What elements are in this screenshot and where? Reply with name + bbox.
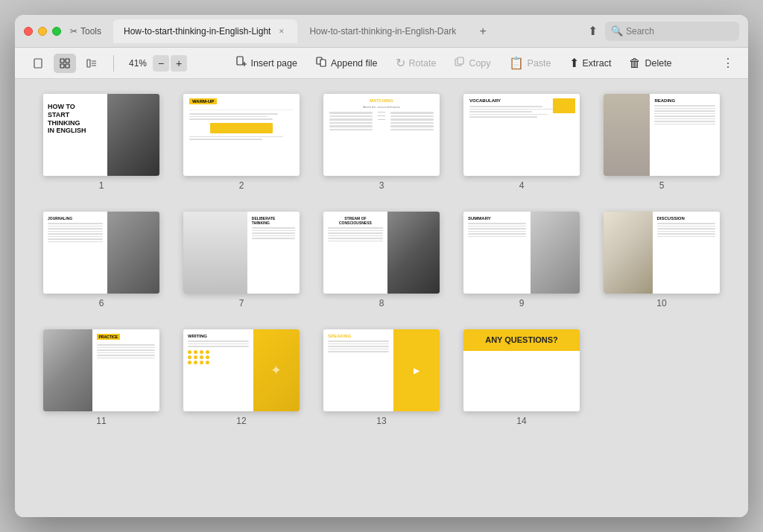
pages-grid: HOW TOSTARTTHINKINGIN ENGLISH 1 WARM-UP xyxy=(37,94,726,426)
copy-button[interactable]: Copy xyxy=(454,56,490,70)
page-number-12: 12 xyxy=(236,416,246,426)
page-number-4: 4 xyxy=(519,180,525,191)
page-thumb-7[interactable]: DELIBERATETHINKING 7 xyxy=(177,212,305,308)
titlebar: ✂ Tools How-to-start-thinking-in-English… xyxy=(15,15,748,48)
delete-button[interactable]: 🗑 Delete xyxy=(629,57,671,70)
minimize-button[interactable] xyxy=(38,27,47,36)
separator-1 xyxy=(113,55,114,72)
tabs-area: How-to-start-thinking-in-English-Light ✕… xyxy=(113,19,588,43)
page-preview-11: PRACTICE xyxy=(43,329,159,411)
page-preview-6: JOURNALING xyxy=(43,212,159,294)
zoom-controls: 41% − + xyxy=(124,55,187,72)
grid-view-button[interactable] xyxy=(54,54,76,73)
copy-icon xyxy=(454,56,465,70)
page-number-13: 13 xyxy=(376,416,386,426)
svg-rect-3 xyxy=(60,64,64,68)
page-thumb-8[interactable]: STREAM OF CONSCIOUSNESS 8 xyxy=(317,212,446,308)
add-tab-button[interactable]: + xyxy=(472,21,493,42)
page-preview-1: HOW TOSTARTTHINKINGIN ENGLISH xyxy=(43,94,159,176)
append-file-icon xyxy=(315,56,327,71)
page-thumb-2[interactable]: WARM-UP 2 xyxy=(177,94,305,191)
page-thumb-5[interactable]: READING 5 xyxy=(598,94,726,191)
tab-dark[interactable]: How-to-start-thinking-in-English-Dark xyxy=(299,19,466,43)
svg-rect-4 xyxy=(66,64,69,68)
insert-page-label: Insert page xyxy=(250,58,297,69)
page-number-9: 9 xyxy=(519,298,525,308)
toolbar-center: Insert page Append file ↻ Rotate xyxy=(190,56,717,71)
main-content: HOW TOSTARTTHINKINGIN ENGLISH 1 WARM-UP xyxy=(15,79,748,517)
page-thumb-3[interactable]: MATCHING Match the correct definitions xyxy=(317,94,446,191)
tools-label: Tools xyxy=(80,26,101,37)
page-number-2: 2 xyxy=(239,180,244,191)
page-number-1: 1 xyxy=(99,180,104,191)
search-icon: 🔍 xyxy=(611,25,623,37)
insert-page-button[interactable]: Insert page xyxy=(235,56,297,71)
search-bar[interactable]: 🔍 xyxy=(605,22,739,41)
tools-icon: ✂ xyxy=(70,26,77,37)
page-preview-9: SUMMARY xyxy=(463,212,580,294)
page-thumb-9[interactable]: SUMMARY 9 xyxy=(458,212,586,308)
tab-light[interactable]: How-to-start-thinking-in-English-Light ✕ xyxy=(113,19,297,43)
page-14-text: ANY QUESTIONS? xyxy=(479,329,564,351)
copy-label: Copy xyxy=(469,58,490,69)
extract-button[interactable]: ⬆ Extract xyxy=(569,56,612,70)
zoom-decrease-button[interactable]: − xyxy=(153,55,169,72)
paste-button[interactable]: 📋 Paste xyxy=(509,56,551,70)
append-file-label: Append file xyxy=(331,58,378,69)
tab-light-close[interactable]: ✕ xyxy=(276,26,287,37)
svg-rect-2 xyxy=(66,59,69,63)
page-preview-4: VOCABULARY xyxy=(463,94,580,176)
rotate-label: Rotate xyxy=(409,58,437,69)
page-number-3: 3 xyxy=(379,180,384,191)
page-preview-14: ANY QUESTIONS? xyxy=(463,329,580,411)
page-number-5: 5 xyxy=(659,180,665,191)
svg-rect-13 xyxy=(320,60,326,66)
page-preview-2: WARM-UP xyxy=(183,94,300,176)
svg-rect-15 xyxy=(458,57,463,64)
page-thumb-10[interactable]: DISCUSSION 10 xyxy=(598,212,726,308)
main-window: ✂ Tools How-to-start-thinking-in-English… xyxy=(15,15,748,517)
close-button[interactable] xyxy=(24,27,33,36)
paste-icon: 📋 xyxy=(509,56,524,70)
single-page-view-button[interactable] xyxy=(27,54,49,73)
page-preview-8: STREAM OF CONSCIOUSNESS xyxy=(323,212,440,294)
toolbar: 41% − + Insert page xyxy=(15,48,748,79)
page-thumb-12[interactable]: WRITING ✦ xyxy=(177,329,305,426)
page-thumb-14[interactable]: ANY QUESTIONS? 14 xyxy=(458,329,586,426)
page-number-7: 7 xyxy=(239,298,244,308)
share-button[interactable]: ⬆ xyxy=(588,24,598,38)
maximize-button[interactable] xyxy=(52,27,61,36)
rotate-button[interactable]: ↻ Rotate xyxy=(396,56,437,70)
search-input[interactable] xyxy=(626,26,733,37)
page-thumb-13[interactable]: SPEAKING ▶ 13 xyxy=(317,329,446,426)
tools-menu[interactable]: ✂ Tools xyxy=(70,26,101,37)
page-thumb-6[interactable]: JOURNALING 6 xyxy=(37,212,165,308)
zoom-increase-button[interactable]: + xyxy=(171,55,187,72)
page-thumb-4[interactable]: VOCABULARY 4 xyxy=(458,94,586,191)
page-number-6: 6 xyxy=(99,298,104,308)
page-thumb-1[interactable]: HOW TOSTARTTHINKINGIN ENGLISH 1 xyxy=(37,94,165,191)
svg-rect-5 xyxy=(87,60,90,67)
page-preview-10: DISCUSSION xyxy=(604,212,720,294)
more-button[interactable]: ⋮ xyxy=(720,55,736,72)
extract-icon: ⬆ xyxy=(569,56,579,70)
svg-rect-0 xyxy=(34,59,42,68)
insert-page-icon xyxy=(235,56,247,71)
page-number-10: 10 xyxy=(656,298,666,308)
rotate-icon: ↻ xyxy=(396,56,405,70)
tab-light-label: How-to-start-thinking-in-English-Light xyxy=(124,26,270,37)
paste-label: Paste xyxy=(528,58,551,69)
svg-rect-1 xyxy=(60,59,64,63)
tab-dark-label: How-to-start-thinking-in-English-Dark xyxy=(309,26,456,37)
page-thumb-11[interactable]: PRACTICE 11 xyxy=(37,329,165,426)
page-preview-5: READING xyxy=(604,94,720,176)
outline-view-button[interactable] xyxy=(80,54,103,73)
zoom-level: 41% xyxy=(124,58,151,69)
page-number-8: 8 xyxy=(379,298,384,308)
append-file-button[interactable]: Append file xyxy=(315,56,378,71)
page-preview-12: WRITING ✦ xyxy=(183,329,300,411)
page-preview-3: MATCHING Match the correct definitions xyxy=(323,94,440,176)
page-number-14: 14 xyxy=(516,416,526,426)
page-preview-13: SPEAKING ▶ xyxy=(323,329,440,411)
titlebar-actions: ⬆ 🔍 xyxy=(588,22,739,41)
